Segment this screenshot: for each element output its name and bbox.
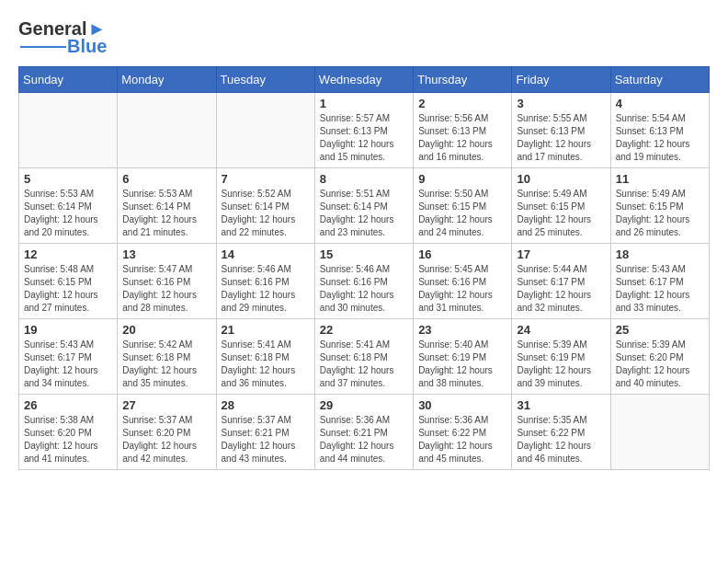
- day-info: Sunrise: 5:53 AMSunset: 6:14 PMDaylight:…: [24, 188, 112, 239]
- calendar-cell: 16Sunrise: 5:45 AMSunset: 6:16 PMDayligh…: [414, 244, 512, 319]
- day-info: Sunrise: 5:38 AMSunset: 6:20 PMDaylight:…: [24, 414, 112, 465]
- calendar-cell: 21Sunrise: 5:41 AMSunset: 6:18 PMDayligh…: [216, 319, 314, 395]
- calendar-cell: 3Sunrise: 5:55 AMSunset: 6:13 PMDaylight…: [512, 93, 610, 168]
- calendar-week-5: 26Sunrise: 5:38 AMSunset: 6:20 PMDayligh…: [19, 395, 710, 470]
- calendar-cell: [610, 395, 709, 470]
- calendar-cell: 19Sunrise: 5:43 AMSunset: 6:17 PMDayligh…: [19, 319, 118, 395]
- day-number: 13: [122, 247, 210, 261]
- day-info: Sunrise: 5:39 AMSunset: 6:19 PMDaylight:…: [517, 339, 605, 390]
- day-info: Sunrise: 5:46 AMSunset: 6:16 PMDaylight:…: [320, 263, 408, 315]
- day-number: 1: [320, 97, 408, 110]
- day-info: Sunrise: 5:45 AMSunset: 6:16 PMDaylight:…: [418, 263, 506, 315]
- day-number: 12: [24, 247, 112, 261]
- day-info: Sunrise: 5:37 AMSunset: 6:21 PMDaylight:…: [222, 414, 310, 465]
- day-info: Sunrise: 5:43 AMSunset: 6:17 PMDaylight:…: [616, 263, 704, 315]
- day-info: Sunrise: 5:50 AMSunset: 6:15 PMDaylight:…: [418, 188, 506, 239]
- calendar-cell: 2Sunrise: 5:56 AMSunset: 6:13 PMDaylight…: [414, 93, 512, 168]
- day-info: Sunrise: 5:42 AMSunset: 6:18 PMDaylight:…: [122, 339, 210, 390]
- calendar-week-1: 1Sunrise: 5:57 AMSunset: 6:13 PMDaylight…: [19, 93, 710, 168]
- day-info: Sunrise: 5:35 AMSunset: 6:22 PMDaylight:…: [517, 414, 605, 465]
- calendar-cell: 24Sunrise: 5:39 AMSunset: 6:19 PMDayligh…: [512, 319, 610, 395]
- weekday-header-wednesday: Wednesday: [314, 67, 413, 93]
- calendar-cell: 14Sunrise: 5:46 AMSunset: 6:16 PMDayligh…: [216, 244, 314, 319]
- calendar-cell: 11Sunrise: 5:49 AMSunset: 6:15 PMDayligh…: [610, 168, 709, 244]
- calendar-week-2: 5Sunrise: 5:53 AMSunset: 6:14 PMDaylight…: [19, 168, 710, 244]
- day-info: Sunrise: 5:39 AMSunset: 6:20 PMDaylight:…: [616, 339, 704, 390]
- calendar-cell: 17Sunrise: 5:44 AMSunset: 6:17 PMDayligh…: [512, 244, 610, 319]
- day-info: Sunrise: 5:40 AMSunset: 6:19 PMDaylight:…: [418, 339, 506, 390]
- calendar-week-3: 12Sunrise: 5:48 AMSunset: 6:15 PMDayligh…: [19, 244, 710, 319]
- calendar-cell: 31Sunrise: 5:35 AMSunset: 6:22 PMDayligh…: [512, 395, 610, 470]
- day-number: 16: [418, 247, 506, 261]
- day-number: 10: [517, 172, 605, 186]
- day-number: 7: [222, 172, 310, 186]
- day-number: 20: [122, 323, 210, 337]
- calendar-table: SundayMondayTuesdayWednesdayThursdayFrid…: [18, 66, 710, 470]
- day-info: Sunrise: 5:36 AMSunset: 6:21 PMDaylight:…: [320, 414, 408, 465]
- calendar-cell: 30Sunrise: 5:36 AMSunset: 6:22 PMDayligh…: [414, 395, 512, 470]
- calendar-cell: [118, 93, 216, 168]
- weekday-header-thursday: Thursday: [414, 67, 512, 93]
- calendar-cell: [216, 93, 314, 168]
- calendar-cell: 20Sunrise: 5:42 AMSunset: 6:18 PMDayligh…: [118, 319, 216, 395]
- calendar-cell: 15Sunrise: 5:46 AMSunset: 6:16 PMDayligh…: [314, 244, 413, 319]
- day-number: 26: [24, 398, 112, 412]
- logo-blue-text: Blue: [67, 36, 107, 57]
- day-number: 14: [222, 247, 310, 261]
- day-info: Sunrise: 5:41 AMSunset: 6:18 PMDaylight:…: [222, 339, 310, 390]
- calendar-cell: 10Sunrise: 5:49 AMSunset: 6:15 PMDayligh…: [512, 168, 610, 244]
- calendar-cell: 29Sunrise: 5:36 AMSunset: 6:21 PMDayligh…: [314, 395, 413, 470]
- day-info: Sunrise: 5:48 AMSunset: 6:15 PMDaylight:…: [24, 263, 112, 315]
- day-info: Sunrise: 5:37 AMSunset: 6:20 PMDaylight:…: [122, 414, 210, 465]
- day-number: 27: [122, 398, 210, 412]
- calendar-cell: 18Sunrise: 5:43 AMSunset: 6:17 PMDayligh…: [610, 244, 709, 319]
- calendar-cell: 27Sunrise: 5:37 AMSunset: 6:20 PMDayligh…: [118, 395, 216, 470]
- day-info: Sunrise: 5:41 AMSunset: 6:18 PMDaylight:…: [320, 339, 408, 390]
- day-number: 28: [222, 398, 310, 412]
- day-info: Sunrise: 5:52 AMSunset: 6:14 PMDaylight:…: [222, 188, 310, 239]
- weekday-header-monday: Monday: [118, 67, 216, 93]
- day-number: 23: [418, 323, 506, 337]
- calendar-cell: 26Sunrise: 5:38 AMSunset: 6:20 PMDayligh…: [19, 395, 118, 470]
- day-number: 22: [320, 323, 408, 337]
- day-info: Sunrise: 5:47 AMSunset: 6:16 PMDaylight:…: [122, 263, 210, 315]
- day-number: 9: [418, 172, 506, 186]
- weekday-header-sunday: Sunday: [19, 67, 118, 93]
- day-number: 4: [616, 97, 704, 110]
- day-number: 21: [222, 323, 310, 337]
- day-number: 8: [320, 172, 408, 186]
- calendar-cell: 1Sunrise: 5:57 AMSunset: 6:13 PMDaylight…: [314, 93, 413, 168]
- logo: General ► Blue: [18, 18, 107, 57]
- day-info: Sunrise: 5:51 AMSunset: 6:14 PMDaylight:…: [320, 188, 408, 239]
- calendar-cell: 6Sunrise: 5:53 AMSunset: 6:14 PMDaylight…: [118, 168, 216, 244]
- calendar-cell: 5Sunrise: 5:53 AMSunset: 6:14 PMDaylight…: [19, 168, 118, 244]
- calendar-cell: 22Sunrise: 5:41 AMSunset: 6:18 PMDayligh…: [314, 319, 413, 395]
- calendar-cell: 7Sunrise: 5:52 AMSunset: 6:14 PMDaylight…: [216, 168, 314, 244]
- day-number: 29: [320, 398, 408, 412]
- day-info: Sunrise: 5:55 AMSunset: 6:13 PMDaylight:…: [517, 112, 605, 164]
- day-info: Sunrise: 5:56 AMSunset: 6:13 PMDaylight:…: [418, 112, 506, 164]
- calendar-cell: 4Sunrise: 5:54 AMSunset: 6:13 PMDaylight…: [610, 93, 709, 168]
- day-number: 5: [24, 172, 112, 186]
- calendar-cell: [19, 93, 118, 168]
- calendar-cell: 28Sunrise: 5:37 AMSunset: 6:21 PMDayligh…: [216, 395, 314, 470]
- day-info: Sunrise: 5:53 AMSunset: 6:14 PMDaylight:…: [122, 188, 210, 239]
- day-info: Sunrise: 5:57 AMSunset: 6:13 PMDaylight:…: [320, 112, 408, 164]
- day-info: Sunrise: 5:49 AMSunset: 6:15 PMDaylight:…: [616, 188, 704, 239]
- day-number: 19: [24, 323, 112, 337]
- day-info: Sunrise: 5:54 AMSunset: 6:13 PMDaylight:…: [616, 112, 704, 164]
- day-number: 17: [517, 247, 605, 261]
- weekday-header-row: SundayMondayTuesdayWednesdayThursdayFrid…: [19, 67, 710, 93]
- day-number: 31: [517, 398, 605, 412]
- calendar-cell: 9Sunrise: 5:50 AMSunset: 6:15 PMDaylight…: [414, 168, 512, 244]
- day-info: Sunrise: 5:49 AMSunset: 6:15 PMDaylight:…: [517, 188, 605, 239]
- day-info: Sunrise: 5:43 AMSunset: 6:17 PMDaylight:…: [24, 339, 112, 390]
- day-number: 25: [616, 323, 704, 337]
- day-info: Sunrise: 5:46 AMSunset: 6:16 PMDaylight:…: [222, 263, 310, 315]
- weekday-header-friday: Friday: [512, 67, 610, 93]
- day-number: 11: [616, 172, 704, 186]
- day-info: Sunrise: 5:36 AMSunset: 6:22 PMDaylight:…: [418, 414, 506, 465]
- day-number: 30: [418, 398, 506, 412]
- calendar-cell: 23Sunrise: 5:40 AMSunset: 6:19 PMDayligh…: [414, 319, 512, 395]
- calendar-cell: 12Sunrise: 5:48 AMSunset: 6:15 PMDayligh…: [19, 244, 118, 319]
